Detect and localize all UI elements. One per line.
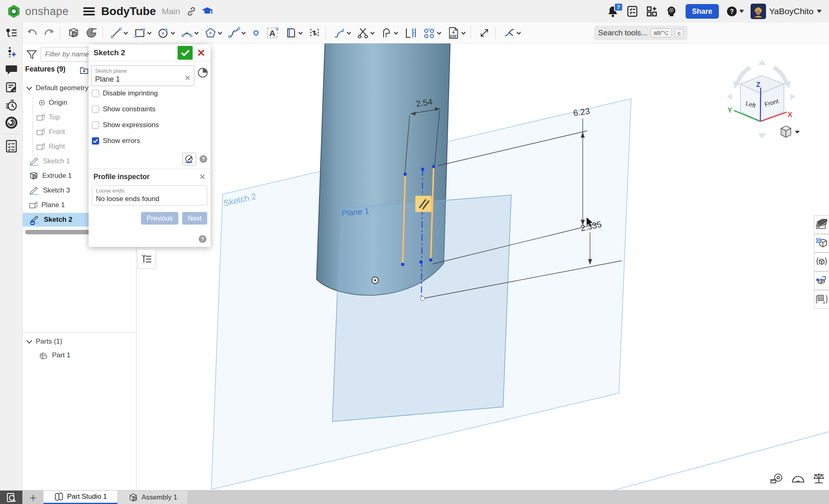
workspace-label[interactable]: Main — [162, 6, 180, 16]
text-tool-button[interactable]: A — [265, 26, 281, 40]
part-icon — [39, 350, 48, 360]
add-tab-button[interactable]: ＋ — [22, 491, 43, 504]
app-store-icon[interactable] — [647, 6, 657, 17]
parallel-constraint-badge[interactable] — [415, 196, 432, 212]
checkbox-show-errors[interactable]: Show errors — [92, 137, 207, 145]
open-endpoint — [421, 296, 425, 301]
checkbox-show-expressions[interactable]: Show expressions — [92, 121, 207, 129]
help-chevron-down-icon[interactable] — [739, 10, 744, 13]
checkbox-disable-imprinting[interactable]: Disable imprinting — [92, 89, 207, 97]
extrude-icon — [29, 171, 39, 181]
point-tool-button[interactable] — [250, 26, 262, 40]
plane-icon — [36, 143, 45, 151]
sketch-plane-field[interactable]: Sketch plane Plane 1 ✕ — [91, 65, 194, 86]
search-tools-label: Search tools... — [598, 28, 647, 37]
tasks-icon[interactable] — [627, 6, 638, 17]
arc-tool-button[interactable] — [179, 26, 200, 40]
protractor-icon[interactable] — [791, 472, 805, 486]
help-icon[interactable]: ? — [199, 235, 206, 243]
add-folder-icon[interactable] — [80, 66, 89, 76]
timeline-pie-icon[interactable] — [197, 67, 208, 80]
extend-tool-button[interactable] — [307, 26, 322, 40]
fillet-tool-button[interactable] — [332, 26, 353, 40]
search-tabs-button[interactable] — [0, 491, 22, 504]
notifications-bell-icon[interactable]: 7 — [608, 6, 618, 17]
circle-tool-button[interactable] — [156, 26, 177, 40]
variables-table-button[interactable]: x — [814, 290, 829, 309]
previous-button[interactable]: Previous — [141, 212, 178, 225]
extrude-button[interactable] — [66, 26, 81, 40]
plane1-plane[interactable] — [332, 195, 511, 422]
user-avatar[interactable] — [751, 4, 766, 19]
search-tools-box[interactable]: Search tools... alt/⌥ c — [594, 26, 688, 40]
username-label[interactable]: YaBoyChito — [769, 6, 814, 16]
filter-icon[interactable] — [26, 50, 37, 62]
measure-tool-button[interactable] — [477, 26, 492, 40]
comments-icon[interactable] — [5, 63, 18, 76]
offset-tool-button[interactable] — [379, 26, 400, 40]
line-tool-button[interactable] — [109, 26, 130, 40]
checklist-icon[interactable] — [5, 140, 18, 153]
rectangle-tool-button[interactable] — [132, 26, 153, 40]
spline-tool-button[interactable] — [226, 26, 247, 40]
confirm-button[interactable] — [178, 46, 193, 60]
checkbox-box[interactable] — [92, 90, 99, 97]
next-button[interactable]: Next — [182, 212, 207, 225]
split-tool-button[interactable] — [501, 26, 523, 40]
checkbox-show-constraints[interactable]: Show constraints — [92, 105, 207, 113]
dimension-tool-button[interactable] — [402, 26, 419, 40]
cancel-button[interactable]: ✕ — [194, 46, 208, 60]
view-mode-button[interactable] — [781, 126, 800, 137]
view-normal-to-sketch-button[interactable] — [182, 153, 196, 165]
left-icon-strip — [0, 23, 23, 490]
dxf-import-button[interactable]: DXF — [445, 25, 467, 41]
learning-center-icon[interactable] — [202, 6, 213, 16]
plane-icon — [36, 113, 45, 121]
checkbox-box[interactable] — [92, 106, 99, 113]
chevron-down-icon — [26, 87, 32, 90]
loose-ends-label: Loose ends — [96, 188, 203, 194]
configurations-button[interactable] — [814, 234, 829, 253]
checkbox-box[interactable] — [92, 121, 99, 129]
pattern-tool-button[interactable] — [421, 26, 443, 40]
custom-features-button[interactable] — [814, 253, 829, 271]
insert-feature-icon[interactable] — [5, 45, 18, 58]
origin-marker[interactable] — [372, 277, 378, 283]
mass-properties-icon[interactable] — [812, 472, 825, 487]
clear-selection-icon[interactable]: ✕ — [184, 74, 191, 82]
axis-y-label: Y — [727, 106, 732, 114]
help-icon[interactable]: ? — [200, 155, 207, 163]
undo-button[interactable] — [25, 26, 39, 39]
polygon-tool-button[interactable] — [203, 26, 224, 40]
close-icon[interactable]: ✕ — [199, 172, 206, 182]
document-title[interactable]: BodyTube — [101, 5, 156, 18]
display-states-button[interactable] — [814, 271, 829, 290]
help-icon[interactable]: ? — [726, 6, 738, 17]
link-icon[interactable] — [187, 6, 196, 16]
dialog-title: Sketch 2 — [93, 48, 125, 57]
tab-assembly-1[interactable]: Assembly 1 — [117, 491, 188, 504]
share-button[interactable]: Share — [686, 4, 719, 19]
trim-tool-button[interactable] — [355, 26, 376, 40]
versions-history-icon[interactable] — [5, 27, 18, 40]
user-chevron-down-icon[interactable] — [817, 10, 822, 13]
history-timer-icon[interactable] — [5, 99, 18, 112]
redo-button[interactable] — [42, 26, 56, 39]
learning-spiral-icon[interactable] — [5, 116, 18, 129]
ai-advisor-icon[interactable] — [666, 6, 677, 17]
appearance-panel-button[interactable] — [814, 215, 829, 234]
hamburger-menu-icon[interactable] — [83, 7, 95, 16]
release-notes-icon[interactable] — [5, 81, 18, 94]
parts-header-row[interactable]: Parts (1) — [22, 335, 140, 348]
chevron-down-icon — [347, 32, 351, 35]
view-cube[interactable]: Left Front Z Y X — [727, 60, 800, 138]
revolve-button[interactable] — [84, 26, 99, 40]
tree-item-part1[interactable]: Part 1 — [22, 348, 152, 362]
convert-tool-button[interactable] — [283, 26, 304, 40]
onshape-logo-icon[interactable] — [7, 4, 21, 19]
tree-list-icon — [141, 254, 152, 264]
sketch-entities-flyout-button[interactable] — [137, 249, 156, 269]
checkbox-box-checked[interactable] — [92, 137, 99, 145]
tab-part-studio-1[interactable]: Part Studio 1 — [43, 491, 117, 504]
tape-measure-icon[interactable] — [770, 472, 784, 486]
